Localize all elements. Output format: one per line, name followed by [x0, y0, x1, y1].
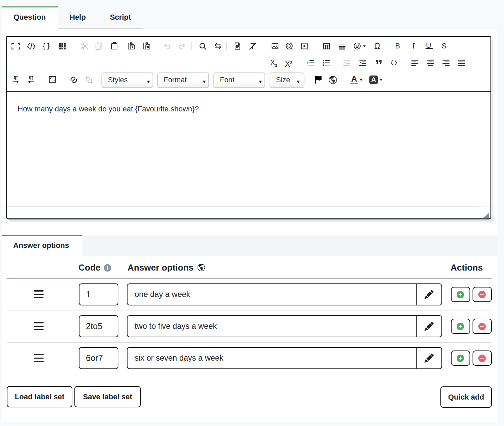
svg-text:3: 3: [307, 64, 308, 67]
